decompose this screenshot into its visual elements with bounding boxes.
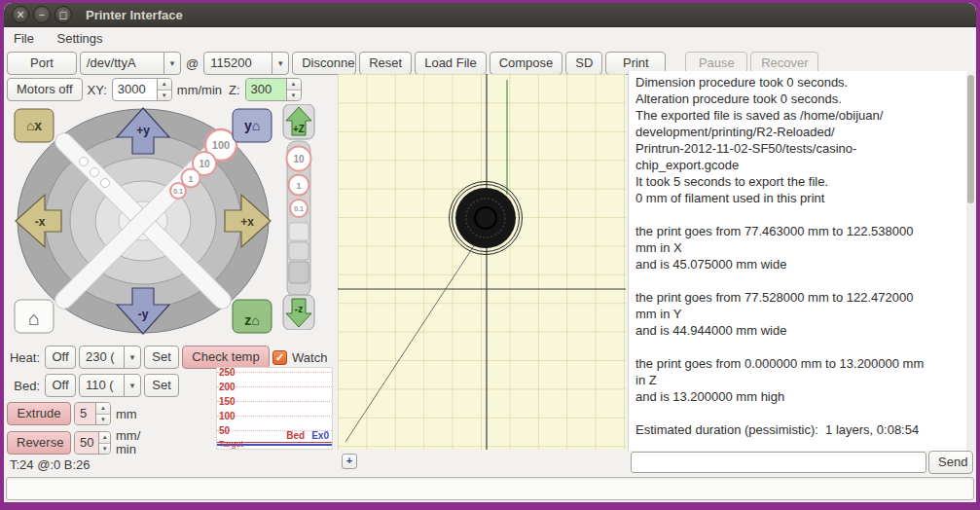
z-step-01-label: 0.1 — [294, 205, 304, 212]
load-file-button[interactable]: Load File — [415, 52, 486, 75]
print-infill — [455, 188, 516, 248]
extrude-unit-label: mm — [114, 407, 139, 421]
check-temp-button[interactable]: Check temp — [182, 346, 270, 369]
heater-row: Heat: Off 230 ( ▾ Set Check temp ✓ Watch — [7, 346, 329, 369]
gcode-viewer[interactable] — [338, 74, 626, 450]
menubar: File Settings — [4, 27, 976, 51]
graph-tick-250: 250 — [219, 367, 236, 378]
bed-temp-select[interactable]: 110 ( ▾ — [79, 374, 141, 397]
port-button[interactable]: Port — [7, 52, 77, 75]
bed-label: Bed: — [7, 379, 42, 393]
spin-up-icon[interactable]: ▲ — [287, 79, 301, 91]
heat-label: Heat: — [7, 350, 42, 365]
feed-unit-label: mm/min — [175, 83, 224, 97]
motion-row: Motors off XY: 3000 ▲ ▼ mm/min Z: 300 ▲ … — [7, 78, 302, 101]
z-feed-label: Z: — [227, 83, 242, 97]
bed-off-button[interactable]: Off — [45, 374, 76, 397]
graph-tick-100: 100 — [219, 411, 236, 421]
z-track-segment[interactable] — [289, 242, 309, 260]
jog-plus-y-label: +y — [136, 124, 150, 137]
spin-down-icon[interactable]: ▼ — [287, 91, 301, 101]
jog-dot — [101, 179, 110, 188]
heat-temp-select[interactable]: 230 ( ▾ — [79, 346, 141, 369]
home-y-icon: y⌂ — [244, 118, 260, 133]
extrude-row: Extrude 5 ▲ ▼ mm — [7, 402, 139, 425]
z-track-segment[interactable] — [289, 262, 309, 283]
spin-down-icon[interactable]: ▼ — [99, 444, 110, 455]
spin-up-icon[interactable]: ▲ — [96, 403, 110, 415]
maximize-icon[interactable]: ◻ — [54, 6, 72, 23]
reverse-row: Reverse 50 ▲ ▼ mm/ min — [7, 429, 142, 456]
spin-down-icon[interactable]: ▼ — [158, 91, 171, 101]
jog-minus-x-label: -x — [35, 215, 46, 229]
extrude-button[interactable]: Extrude — [7, 402, 71, 425]
spin-up-icon[interactable]: ▲ — [99, 432, 110, 444]
bed-row: Bed: Off 110 ( ▾ Set — [7, 374, 179, 397]
z-feed-value: 300 — [246, 79, 286, 100]
jog-plus-x-label: +x — [240, 215, 254, 229]
watch-checkbox[interactable]: ✓ — [272, 350, 287, 365]
menu-settings[interactable]: Settings — [48, 27, 113, 50]
temperature-status: T:24 @:0 B:26 — [10, 457, 91, 472]
close-icon[interactable]: ✕ — [12, 6, 29, 23]
heat-temp-value: 230 ( — [80, 346, 124, 368]
reverse-button[interactable]: Reverse — [7, 431, 71, 455]
port-select-value: /dev/ttyA — [81, 53, 163, 74]
log-scrollbar[interactable] — [966, 72, 975, 450]
jog-pad[interactable]: 100 10 1 0.1 +y -y -x +x ⌂x y⌂ ⌂ z⌂ — [9, 103, 277, 339]
command-input[interactable] — [631, 452, 926, 473]
status-bar — [6, 477, 974, 500]
viewer-grid — [338, 74, 626, 450]
home-icon: ⌂ — [28, 308, 40, 329]
compose-button[interactable]: Compose — [490, 52, 563, 75]
port-select[interactable]: /dev/ttyA ▾ — [80, 52, 181, 75]
xy-feed-value: 3000 — [113, 79, 157, 100]
chevron-down-icon[interactable]: ▾ — [272, 53, 288, 74]
jog-dot — [91, 168, 99, 177]
motors-off-button[interactable]: Motors off — [7, 78, 83, 101]
chevron-down-icon[interactable]: ▾ — [124, 346, 140, 368]
reverse-speed-value: 50 — [75, 432, 98, 454]
z-feed-stepper[interactable]: 300 ▲ ▼ — [245, 78, 302, 101]
baud-select[interactable]: 115200 ▾ — [203, 52, 289, 75]
reset-button[interactable]: Reset — [359, 52, 412, 75]
xy-feed-label: XY: — [86, 83, 109, 97]
reverse-speed-stepper[interactable]: 50 ▲ ▼ — [74, 431, 111, 455]
log-output: Dimension procedure took 0 seconds. Alte… — [628, 71, 967, 451]
heat-off-button[interactable]: Off — [45, 346, 76, 369]
heat-set-button[interactable]: Set — [144, 346, 179, 369]
chevron-down-icon[interactable]: ▾ — [163, 53, 180, 74]
window-title: Printer Interface — [86, 8, 183, 22]
menu-file[interactable]: File — [4, 27, 44, 50]
minimize-icon[interactable]: − — [33, 6, 51, 23]
z-track-segment[interactable] — [289, 223, 309, 240]
z-step-10-label: 10 — [293, 154, 305, 164]
z-minus-label: -z — [295, 304, 303, 314]
legend-bed: Bed — [286, 430, 305, 441]
jog-step-100-label: 100 — [212, 139, 230, 151]
chevron-down-icon[interactable]: ▾ — [124, 375, 140, 396]
jog-step-1-label: 1 — [188, 174, 193, 184]
viewer-zoom-in-button[interactable]: + — [342, 454, 357, 469]
jog-step-10-label: 10 — [199, 159, 210, 169]
z-jog-column[interactable]: +Z 10 1 0.1 -z — [277, 104, 320, 330]
titlebar: ✕ − ◻ Printer Interface — [4, 3, 976, 27]
reverse-unit-label: mm/ min — [114, 429, 142, 456]
graph-tick-50: 50 — [219, 425, 230, 436]
xy-feed-stepper[interactable]: 3000 ▲ ▼ — [112, 78, 172, 101]
baud-select-value: 115200 — [204, 53, 272, 74]
spin-down-icon[interactable]: ▼ — [96, 415, 110, 425]
graph-tick-150: 150 — [219, 396, 236, 407]
extrude-length-stepper[interactable]: 5 ▲ ▼ — [74, 402, 111, 425]
temperature-graph: 250 200 150 100 50 BedEx0 Target — [216, 367, 333, 450]
send-button[interactable]: Send — [928, 451, 973, 474]
app-window: ✕ − ◻ Printer Interface File Settings Po… — [4, 3, 976, 502]
home-x-icon: ⌂x — [26, 118, 42, 133]
bed-set-button[interactable]: Set — [144, 374, 179, 397]
jog-minus-y-label: -y — [138, 308, 149, 321]
z-plus-label: +Z — [293, 124, 305, 134]
disconnect-button[interactable]: Disconne — [292, 52, 356, 75]
spin-up-icon[interactable]: ▲ — [158, 79, 171, 91]
log-scrollbar-thumb[interactable] — [967, 75, 974, 203]
sd-button[interactable]: SD — [565, 52, 602, 75]
